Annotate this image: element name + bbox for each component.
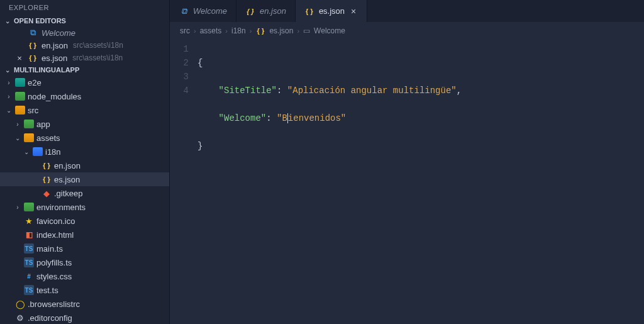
json-icon: { } xyxy=(245,6,255,16)
folder-icon xyxy=(15,106,25,115)
code-token: { xyxy=(197,58,203,68)
breadcrumb-part[interactable]: Welcome xyxy=(314,26,345,35)
code-token: } xyxy=(197,141,203,151)
folder-row[interactable]: ⌄i18n xyxy=(0,145,169,159)
file-row[interactable]: { }en.json xyxy=(0,159,169,172)
tree-label: node_modules xyxy=(28,92,81,101)
line-number: 2 xyxy=(170,56,189,70)
open-editor-item[interactable]: × { } es.json src\assets\i18n xyxy=(0,52,169,64)
ts-icon: TS xyxy=(24,243,34,254)
chevron-icon: › xyxy=(5,79,13,86)
file-row[interactable]: TStest.ts xyxy=(0,283,169,297)
open-editor-label: en.json xyxy=(42,41,68,50)
code-token: "SiteTitle" xyxy=(219,86,277,96)
open-editor-path: src\assets\i18n xyxy=(72,53,123,62)
json-icon: { } xyxy=(28,53,38,63)
open-editor-item[interactable]: { } en.json src\assets\i18n xyxy=(0,39,169,52)
tree-label: main.ts xyxy=(36,244,63,254)
code-token: , xyxy=(457,86,462,96)
breadcrumb-part[interactable]: src xyxy=(180,26,190,35)
tree-label: i18n xyxy=(45,147,61,157)
folder-row[interactable]: ›node_modules xyxy=(0,89,169,103)
open-editor-label: es.json xyxy=(42,53,67,63)
tree-label: environments xyxy=(36,203,86,212)
tab-welcome[interactable]: ⧉ Welcome xyxy=(170,0,236,22)
file-row[interactable]: TSpolyfills.ts xyxy=(0,255,169,269)
close-icon[interactable]: × xyxy=(349,6,358,16)
tree-label: es.json xyxy=(54,175,80,184)
star-icon: ★ xyxy=(24,216,34,226)
chevron-down-icon: ⌄ xyxy=(4,67,11,74)
code-token: : xyxy=(266,113,277,123)
file-tree: ›e2e›node_modules⌄src›app⌄assets⌄i18n{ }… xyxy=(0,75,169,324)
code-editor[interactable]: 1 2 3 4 { "SiteTitle": "Aplicación angul… xyxy=(170,40,644,324)
chevron-icon: › xyxy=(14,121,21,128)
tree-label: src xyxy=(28,106,38,115)
tree-label: .editorconfig xyxy=(28,313,72,323)
breadcrumb-part[interactable]: assets xyxy=(200,26,222,35)
tree-label: .gitkeep xyxy=(54,189,83,198)
file-row[interactable]: ★favicon.ico xyxy=(0,214,169,228)
breadcrumb-part[interactable]: es.json xyxy=(269,26,293,35)
tab-label: en.json xyxy=(260,6,286,16)
code-token: "B xyxy=(277,113,287,123)
tree-label: assets xyxy=(36,133,60,143)
vscode-icon: ⧉ xyxy=(179,6,189,16)
json-icon: { } xyxy=(304,6,314,16)
explorer-title: EXPLORER xyxy=(0,0,169,15)
line-number: 1 xyxy=(170,42,189,56)
line-number: 4 xyxy=(170,84,189,98)
chevron-right-icon: › xyxy=(297,27,299,35)
tab-en-json[interactable]: { } en.json xyxy=(236,0,296,22)
breadcrumb-part[interactable]: i18n xyxy=(231,26,246,35)
open-editor-label: Welcome xyxy=(42,28,75,38)
json-icon: { } xyxy=(255,26,265,36)
code-token: "Welcome" xyxy=(219,113,267,123)
project-title: MULTILINGUALAPP xyxy=(14,66,79,74)
tab-bar: ⧉ Welcome { } en.json { } es.json × xyxy=(170,0,644,22)
tab-label: es.json xyxy=(319,6,345,16)
file-row[interactable]: ⚙.editorconfig xyxy=(0,311,169,324)
file-row[interactable]: ◯.browserslistrc xyxy=(0,297,169,311)
file-row[interactable]: TSmain.ts xyxy=(0,242,169,255)
tab-label: Welcome xyxy=(193,6,227,16)
open-editors-header[interactable]: ⌄ OPEN EDITORS xyxy=(0,15,169,26)
tree-label: en.json xyxy=(54,161,80,170)
chevron-icon: ⌄ xyxy=(23,148,30,155)
ts-icon: TS xyxy=(24,257,34,267)
tree-label: .browserslistrc xyxy=(28,299,80,309)
css-icon: # xyxy=(24,271,34,281)
chevron-icon: › xyxy=(5,93,13,100)
chevron-right-icon: › xyxy=(194,27,196,35)
file-row[interactable]: ◧index.html xyxy=(0,228,169,242)
folder-icon xyxy=(24,120,34,128)
ring-icon: ◯ xyxy=(15,299,25,309)
project-header[interactable]: ⌄ MULTILINGUALAPP xyxy=(0,64,169,75)
tree-label: index.html xyxy=(36,230,74,240)
code-token: : xyxy=(277,86,287,96)
code-content[interactable]: { "SiteTitle": "Aplicación angular multi… xyxy=(197,42,644,324)
file-row[interactable]: ◆.gitkeep xyxy=(0,186,169,200)
code-token: "Aplicación angular multilingüe" xyxy=(287,86,457,96)
ts-icon: TS xyxy=(24,285,34,295)
chevron-icon: ⌄ xyxy=(14,135,21,142)
open-editor-path: src\assets\i18n xyxy=(73,41,123,50)
editor-area: ⧉ Welcome { } en.json { } es.json × src … xyxy=(170,0,644,324)
folder-icon xyxy=(24,203,34,211)
folder-row[interactable]: ⌄assets xyxy=(0,131,169,145)
file-row[interactable]: { }es.json xyxy=(0,172,169,186)
close-icon[interactable]: × xyxy=(15,53,24,63)
folder-row[interactable]: ›e2e xyxy=(0,75,169,89)
json-icon: { } xyxy=(28,40,38,50)
json-icon: { } xyxy=(42,160,52,170)
folder-icon xyxy=(33,147,43,156)
tab-es-json[interactable]: { } es.json × xyxy=(296,0,367,22)
git-icon: ◆ xyxy=(42,188,52,198)
folder-row[interactable]: ⌄src xyxy=(0,103,169,117)
breadcrumb[interactable]: src › assets › i18n › { } es.json › ▭ We… xyxy=(170,22,644,40)
folder-row[interactable]: ›app xyxy=(0,117,169,131)
open-editor-item[interactable]: ⧉ Welcome xyxy=(0,26,169,39)
file-row[interactable]: #styles.css xyxy=(0,269,169,283)
chevron-down-icon: ⌄ xyxy=(4,18,11,25)
folder-row[interactable]: ›environments xyxy=(0,200,169,214)
